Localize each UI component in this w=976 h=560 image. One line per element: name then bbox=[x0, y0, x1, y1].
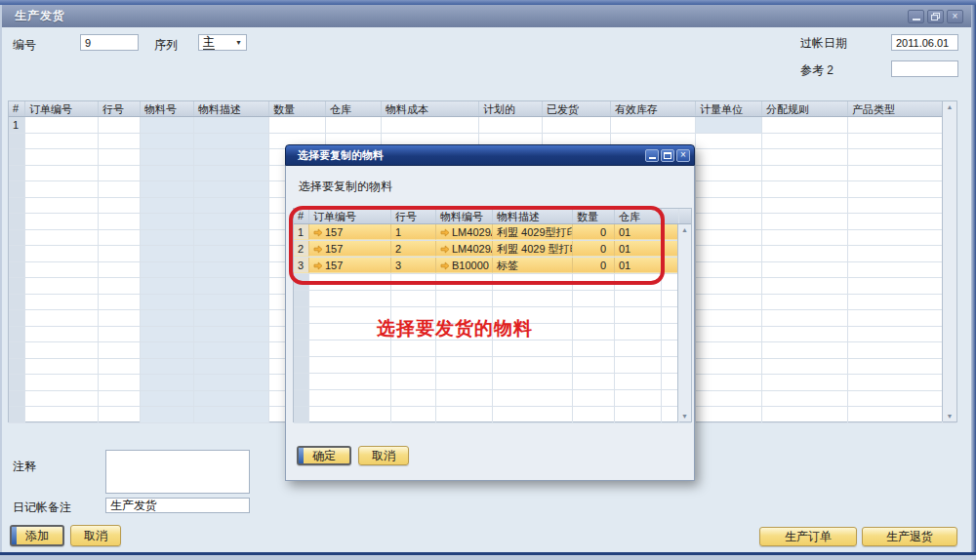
posting-date-input[interactable]: 2011.06.01 bbox=[891, 34, 958, 51]
add-button[interactable]: 添加 bbox=[10, 525, 64, 546]
order-number-cell[interactable]: 157 bbox=[309, 224, 391, 240]
link-arrow-icon[interactable] bbox=[313, 245, 323, 254]
main-col-header[interactable]: 计量单位 bbox=[696, 101, 762, 116]
dialog-grid-scrollbar[interactable]: ▲ ▼ bbox=[677, 224, 691, 421]
grid-cell[interactable] bbox=[326, 117, 382, 133]
item-description-cell[interactable]: 标签 bbox=[493, 258, 573, 273]
dialog-col-header[interactable]: 行号 bbox=[391, 209, 436, 223]
cancel-button[interactable]: 取消 bbox=[70, 525, 121, 546]
link-arrow-icon[interactable] bbox=[313, 228, 323, 237]
dialog-col-header[interactable]: 物料描述 bbox=[493, 209, 573, 223]
series-dropdown[interactable]: 主 ▼ bbox=[198, 34, 247, 51]
ok-button[interactable]: 确定 bbox=[297, 446, 351, 465]
close-icon[interactable]: × bbox=[947, 10, 963, 23]
item-code-cell[interactable]: LM4029APC bbox=[436, 241, 493, 257]
quantity-cell[interactable]: 0 bbox=[573, 241, 615, 257]
chevron-down-icon[interactable]: ▼ bbox=[231, 39, 246, 46]
dialog-item-row[interactable]: 21572LM4029APC利盟 4029 型打印机001 bbox=[294, 241, 691, 258]
dialog-col-header[interactable]: 订单编号 bbox=[309, 209, 391, 223]
row-number-cell[interactable]: 2 bbox=[294, 241, 309, 257]
dialog-item-row[interactable]: 31573B10000标签001 bbox=[294, 258, 691, 274]
dialog-col-header[interactable]: 物料编号 bbox=[436, 209, 493, 223]
grid-cell bbox=[848, 310, 943, 326]
warehouse-cell[interactable]: 01 bbox=[615, 241, 662, 257]
grid-cell bbox=[99, 246, 141, 261]
dialog-cancel-button[interactable]: 取消 bbox=[358, 446, 409, 465]
main-col-header[interactable]: 产品类型 bbox=[848, 101, 943, 116]
warehouse-cell[interactable]: 01 bbox=[615, 224, 662, 240]
grid-cell bbox=[573, 340, 615, 356]
order-number-cell[interactable]: 157 bbox=[309, 258, 391, 273]
main-col-header[interactable]: 仓库 bbox=[326, 101, 382, 116]
item-description-cell[interactable]: 利盟 4029 型打印机 bbox=[493, 241, 573, 257]
grid-cell[interactable] bbox=[696, 117, 762, 133]
production-order-button[interactable]: 生产订单 bbox=[759, 527, 857, 546]
link-arrow-icon[interactable] bbox=[440, 261, 450, 270]
link-arrow-icon[interactable] bbox=[440, 245, 450, 254]
remarks-textarea[interactable] bbox=[105, 450, 250, 494]
row-number-cell[interactable]: 1 bbox=[9, 117, 25, 133]
dialog-close-icon[interactable]: × bbox=[676, 149, 690, 162]
dialog-item-row[interactable]: 11571LM4029ACA利盟 4029型打印机001 bbox=[294, 224, 691, 241]
line-number-cell[interactable]: 3 bbox=[391, 258, 436, 273]
grid-cell bbox=[696, 327, 762, 342]
grid-cell[interactable] bbox=[762, 117, 848, 133]
main-col-header[interactable]: 行号 bbox=[99, 101, 141, 116]
grid-cell[interactable] bbox=[141, 117, 194, 133]
dialog-col-header[interactable]: # bbox=[294, 209, 309, 223]
quantity-cell[interactable]: 0 bbox=[573, 258, 615, 273]
main-col-header[interactable]: 有效库存 bbox=[611, 101, 696, 116]
row-number-cell[interactable]: 3 bbox=[294, 258, 309, 273]
main-col-header[interactable]: 物料成本 bbox=[382, 101, 479, 116]
item-code-cell[interactable]: B10000 bbox=[436, 258, 493, 273]
line-number-cell[interactable]: 2 bbox=[391, 241, 436, 257]
quantity-cell[interactable]: 0 bbox=[573, 224, 615, 240]
dialog-minimize-icon[interactable] bbox=[645, 149, 659, 162]
restore-icon[interactable] bbox=[927, 10, 944, 23]
scroll-up-icon[interactable]: ▲ bbox=[681, 226, 688, 233]
item-description-cell[interactable]: 利盟 4029型打印机 bbox=[493, 224, 573, 240]
row-number-cell bbox=[294, 374, 309, 389]
grid-cell[interactable] bbox=[848, 117, 943, 133]
main-col-header[interactable]: # bbox=[9, 101, 25, 116]
main-col-header[interactable]: 计划的 bbox=[479, 101, 543, 116]
production-return-button[interactable]: 生产退货 bbox=[862, 527, 957, 546]
grid-cell bbox=[573, 407, 615, 422]
grid-cell[interactable] bbox=[479, 117, 543, 133]
item-code-cell[interactable]: LM4029ACA bbox=[436, 224, 493, 240]
main-col-header[interactable]: 已发货 bbox=[543, 101, 611, 116]
docnum-input[interactable]: 9 bbox=[80, 34, 139, 51]
grid-cell[interactable] bbox=[269, 117, 326, 133]
warehouse-cell[interactable]: 01 bbox=[615, 258, 662, 273]
dialog-col-header[interactable]: 仓库 bbox=[615, 209, 662, 223]
grid-cell[interactable] bbox=[611, 117, 696, 133]
row-number-cell[interactable]: 1 bbox=[294, 224, 309, 240]
main-col-header[interactable]: 订单编号 bbox=[25, 101, 99, 116]
dialog-maximize-icon[interactable] bbox=[661, 149, 674, 162]
main-col-header[interactable]: 物料描述 bbox=[194, 101, 269, 116]
scroll-up-icon[interactable]: ▲ bbox=[947, 103, 954, 110]
scroll-down-icon[interactable]: ▼ bbox=[681, 413, 688, 420]
ref2-input[interactable] bbox=[891, 60, 958, 77]
main-col-header[interactable]: 分配规则 bbox=[762, 101, 848, 116]
line-number-cell[interactable]: 1 bbox=[391, 224, 436, 240]
scroll-down-icon[interactable]: ▼ bbox=[947, 413, 954, 420]
order-number-cell[interactable]: 157 bbox=[309, 241, 391, 257]
journal-remark-input[interactable]: 生产发货 bbox=[105, 498, 250, 513]
grid-cell[interactable] bbox=[382, 117, 479, 133]
main-grid-scrollbar[interactable]: ▲ ▼ bbox=[942, 101, 956, 421]
grid-cell[interactable] bbox=[543, 117, 611, 133]
dialog-col-header[interactable]: 数量 bbox=[573, 209, 615, 223]
grid-cell bbox=[141, 214, 194, 229]
main-col-header[interactable]: 物料号 bbox=[141, 101, 194, 116]
grid-cell[interactable] bbox=[194, 117, 269, 133]
link-arrow-icon[interactable] bbox=[440, 228, 450, 237]
minimize-icon[interactable] bbox=[908, 10, 924, 23]
grid-cell bbox=[573, 307, 615, 323]
link-arrow-icon[interactable] bbox=[313, 261, 323, 270]
grid-cell[interactable] bbox=[99, 117, 141, 133]
grid-cell bbox=[848, 166, 943, 181]
grid-cell bbox=[696, 246, 762, 261]
main-col-header[interactable]: 数量 bbox=[269, 101, 326, 116]
grid-cell[interactable] bbox=[25, 117, 99, 133]
